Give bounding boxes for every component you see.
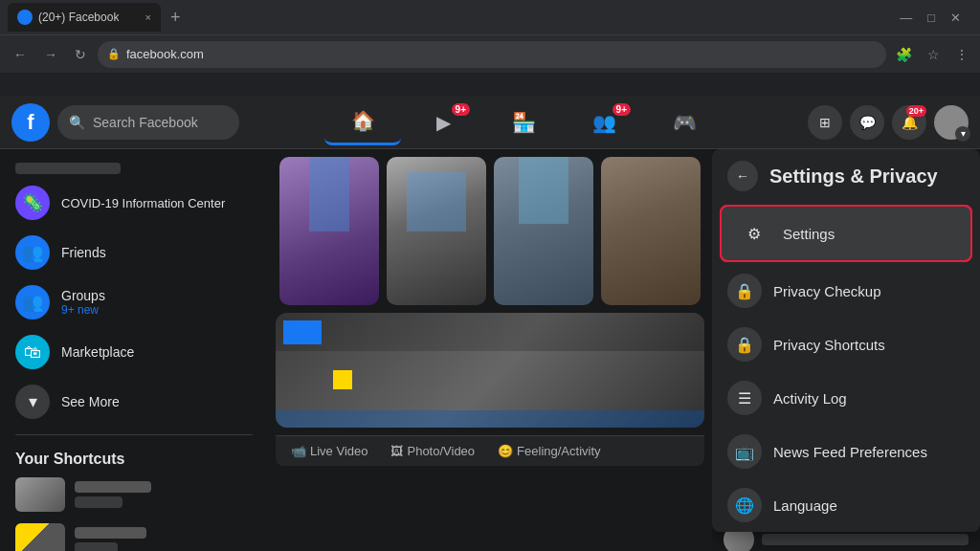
privacy-checkup-label: Privacy Checkup xyxy=(773,283,881,299)
nav-home-btn[interactable]: 🏠 xyxy=(324,99,401,145)
chevron-down-icon: ▾ xyxy=(955,126,970,142)
sidebar-item-groups[interactable]: 👥 Groups 9+ new xyxy=(4,277,264,327)
shortcut-sub-2 xyxy=(75,542,118,551)
notifications-btn[interactable]: 🔔 20+ xyxy=(892,105,926,140)
settings-privacy-dropdown: ← Settings & Privacy ⚙ Settings 🔒 Privac… xyxy=(712,149,980,532)
story-4[interactable] xyxy=(601,157,701,305)
groups-badge: 9+ xyxy=(612,103,631,116)
dropdown-back-btn[interactable]: ← xyxy=(727,161,758,191)
privacy-shortcuts-icon: 🔒 xyxy=(727,327,762,362)
tab-bar: (20+) Facebook × + — □ ✕ xyxy=(0,0,980,34)
shortcut-name-2 xyxy=(75,527,146,539)
shortcuts-title: Your Shortcuts xyxy=(4,443,264,472)
right-panel: ← Settings & Privacy ⚙ Settings 🔒 Privac… xyxy=(712,149,980,551)
shortcut-thumb-2 xyxy=(15,523,65,551)
shortcut-item-2[interactable] xyxy=(4,518,264,551)
messenger-icon: 💬 xyxy=(859,115,876,130)
left-sidebar: 🦠 COVID-19 Information Center 👥 Friends … xyxy=(0,149,268,551)
groups-new-badge: 9+ new xyxy=(61,303,253,317)
video-icon: ▶ xyxy=(436,111,451,134)
shortcut-sub-1 xyxy=(75,496,122,508)
facebook-app: f 🔍 Search Facebook 🏠 ▶ 9+ 🏪 👥 9+ 🎮 xyxy=(0,96,980,551)
address-bar[interactable]: 🔒 facebook.com xyxy=(98,41,886,68)
browser-refresh-btn[interactable]: ↻ xyxy=(69,43,92,66)
messenger-btn[interactable]: 💬 xyxy=(850,105,884,140)
nav-video-btn[interactable]: ▶ 9+ xyxy=(405,99,481,145)
fb-header: f 🔍 Search Facebook 🏠 ▶ 9+ 🏪 👥 9+ 🎮 xyxy=(0,96,980,149)
language-label: Language xyxy=(773,497,837,514)
sidebar-item-see-more[interactable]: ▾ See More xyxy=(4,377,264,427)
window-controls: — □ ✕ xyxy=(900,11,972,25)
search-icon: 🔍 xyxy=(69,115,85,130)
post-yellow-accent xyxy=(333,370,352,389)
tab-title: (20+) Facebook xyxy=(38,11,119,24)
nav-gaming-btn[interactable]: 🎮 xyxy=(646,99,723,145)
video-badge: 9+ xyxy=(452,103,470,116)
shortcut-thumb-1 xyxy=(15,477,65,512)
photo-video-btn[interactable]: 🖼 Photo/Video xyxy=(390,444,475,458)
dropdown-item-privacy-checkup[interactable]: 🔒 Privacy Checkup xyxy=(712,264,980,318)
bookmark-icon[interactable]: ☆ xyxy=(924,43,944,66)
bell-icon: 🔔 xyxy=(902,115,918,130)
dropdown-item-news-feed[interactable]: 📺 News Feed Preferences xyxy=(712,425,980,478)
sidebar-label-see-more: See More xyxy=(61,394,120,409)
marketplace-sidebar-icon: 🛍 xyxy=(15,335,50,369)
privacy-shortcuts-label: Privacy Shortcuts xyxy=(773,337,885,353)
account-menu-btn[interactable]: ▾ xyxy=(934,105,969,140)
photo-icon: 🖼 xyxy=(390,444,403,458)
live-video-btn[interactable]: 📹 Live Video xyxy=(291,444,368,458)
tab-close-btn[interactable]: × xyxy=(145,11,151,23)
browser-chrome: (20+) Facebook × + — □ ✕ ← → ↻ 🔒 faceboo… xyxy=(0,0,980,96)
nav-marketplace-btn[interactable]: 🏪 xyxy=(485,99,562,145)
friends-icon: 👥 xyxy=(15,235,50,270)
birthday-name xyxy=(762,534,969,545)
post-card-1 xyxy=(276,313,704,428)
activity-log-label: Activity Log xyxy=(773,390,847,407)
blurred-name xyxy=(15,163,121,174)
tab-favicon xyxy=(17,10,33,25)
marketplace-icon: 🏪 xyxy=(512,111,536,134)
ssl-lock-icon: 🔒 xyxy=(107,48,121,60)
dropdown-item-language[interactable]: 🌐 Language xyxy=(712,478,980,532)
story-2[interactable] xyxy=(387,157,486,305)
post-thumbnail-1 xyxy=(276,313,704,428)
news-feed-label: News Feed Preferences xyxy=(773,444,927,460)
menu-btn[interactable]: ⊞ xyxy=(808,105,842,140)
sidebar-item-covid[interactable]: 🦠 COVID-19 Information Center xyxy=(4,178,264,228)
extensions-icon[interactable]: 🧩 xyxy=(892,43,916,66)
sidebar-label-covid: COVID-19 Information Center xyxy=(61,196,225,210)
dropdown-item-privacy-shortcuts[interactable]: 🔒 Privacy Shortcuts xyxy=(712,318,980,371)
shortcut-name-1 xyxy=(75,481,151,493)
story-1[interactable] xyxy=(279,157,379,305)
covid-icon: 🦠 xyxy=(15,186,50,220)
shortcut-item-1[interactable] xyxy=(4,472,264,518)
header-actions: ⊞ 💬 🔔 20+ ▾ xyxy=(808,105,969,140)
url-text: facebook.com xyxy=(126,47,204,61)
post-bottom-bar xyxy=(276,410,704,428)
gaming-icon: 🎮 xyxy=(673,111,697,134)
window-close-btn[interactable]: ✕ xyxy=(950,11,961,25)
browser-tab-facebook[interactable]: (20+) Facebook × xyxy=(8,3,161,32)
dropdown-title: Settings & Privacy xyxy=(769,165,938,187)
dropdown-item-settings[interactable]: ⚙ Settings xyxy=(720,205,972,262)
more-options-icon[interactable]: ⋮ xyxy=(951,43,972,66)
activity-log-icon: ☰ xyxy=(727,381,762,415)
browser-back-btn[interactable]: ← xyxy=(8,43,33,66)
new-tab-btn[interactable]: + xyxy=(165,8,187,28)
nav-groups-btn[interactable]: 👥 9+ xyxy=(566,99,642,145)
sidebar-label-marketplace: Marketplace xyxy=(61,344,134,360)
toolbar-actions: 🧩 ☆ ⋮ xyxy=(892,43,972,66)
sidebar-item-marketplace[interactable]: 🛍 Marketplace xyxy=(4,327,264,377)
groups-sidebar-icon: 👥 xyxy=(15,285,50,320)
window-minimize-btn[interactable]: — xyxy=(900,11,912,25)
feeling-btn[interactable]: 😊 Feeling/Activity xyxy=(498,444,600,458)
sidebar-item-friends[interactable]: 👥 Friends xyxy=(4,228,264,277)
fb-logo[interactable]: f xyxy=(11,103,50,142)
search-bar[interactable]: 🔍 Search Facebook xyxy=(57,105,239,140)
window-maximize-btn[interactable]: □ xyxy=(927,11,935,25)
language-icon: 🌐 xyxy=(727,488,762,522)
story-3[interactable] xyxy=(494,157,593,305)
dropdown-item-activity-log[interactable]: ☰ Activity Log xyxy=(712,371,980,425)
browser-forward-btn[interactable]: → xyxy=(38,43,63,66)
fb-main: 🦠 COVID-19 Information Center 👥 Friends … xyxy=(0,149,980,551)
